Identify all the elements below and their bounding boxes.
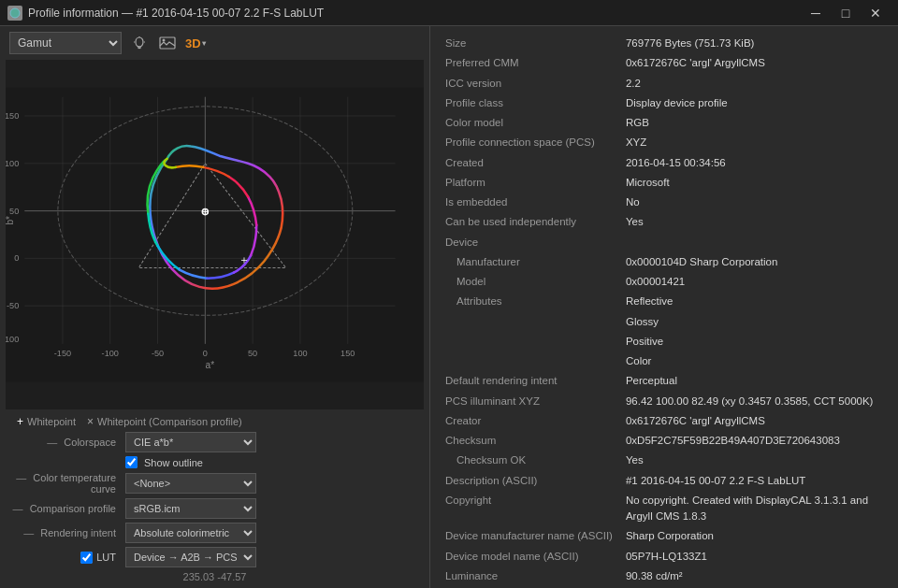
right-panel[interactable]: Size769776 Bytes (751.73 KiB)Preferred C…: [430, 26, 898, 588]
x-icon: ×: [87, 415, 94, 428]
whitepoint-comp-label: Whitepoint (Comparison profile): [97, 416, 242, 427]
lightbulb-icon[interactable]: [129, 33, 150, 53]
lut-dropdown[interactable]: Device → A2B → PCS: [125, 547, 256, 567]
lut-checkbox[interactable]: [80, 552, 93, 564]
svg-text:0: 0: [14, 253, 19, 263]
svg-text:150: 150: [6, 111, 19, 121]
table-row: Default rendering intentPerceptual: [442, 371, 887, 391]
info-value: 05P7H-LQ133Z1: [622, 547, 887, 566]
info-label: Manufacturer: [442, 252, 622, 272]
info-label: Device manufacturer name (ASCII): [442, 526, 622, 546]
info-value: Reflective: [622, 292, 887, 311]
svg-text:-100: -100: [6, 335, 19, 344]
minimize-button[interactable]: ─: [801, 0, 831, 26]
table-row: Model0x00001421: [442, 272, 887, 292]
svg-text:100: 100: [6, 159, 19, 168]
title-bar-controls: ─ □ ✕: [801, 0, 891, 26]
table-row: Luminance90.38 cd/m²: [442, 566, 887, 586]
svg-text:50: 50: [248, 349, 257, 358]
toolbar: Gamut Curves CLUT: [0, 26, 429, 60]
info-value: Glossy: [622, 312, 887, 332]
info-value: 0x0000104D Sharp Corporation: [622, 252, 887, 272]
table-row: Checksum OKYes: [442, 451, 887, 470]
info-value: 96.42 100.00 82.49 (xy 0.3457 0.3585, CC…: [622, 392, 887, 411]
table-row: CopyrightNo copyright. Created with Disp…: [442, 491, 887, 527]
maximize-button[interactable]: □: [831, 0, 861, 26]
colorspace-dropdown[interactable]: CIE a*b* CIE u*v* CIE xy: [125, 432, 256, 452]
svg-text:50: 50: [9, 207, 19, 216]
info-label: Can be used independently: [442, 212, 622, 232]
svg-text:100: 100: [293, 349, 307, 358]
info-label: PCS illuminant XYZ: [442, 392, 622, 411]
info-value: #1 2016-04-15 00-07 2.2 F-S LabLUT: [622, 471, 887, 491]
table-row: Creator0x6172676C 'argl' ArgyllCMS: [442, 411, 887, 431]
info-label: Device: [442, 233, 622, 252]
close-button[interactable]: ✕: [861, 0, 891, 26]
show-outline-label[interactable]: Show outline: [144, 457, 203, 468]
info-label: Profile class: [442, 93, 622, 113]
info-label: Creator: [442, 411, 622, 431]
svg-text:150: 150: [340, 349, 355, 358]
left-panel: Gamut Curves CLUT: [0, 26, 430, 588]
table-row: PlatformMicrosoft: [442, 173, 887, 193]
bottom-controls: + Whitepoint × Whitepoint (Comparison pr…: [0, 409, 429, 588]
info-value: 769776 Bytes (751.73 KiB): [622, 34, 887, 53]
rendering-intent-row: — Rendering intent Absolute colorimetric…: [9, 523, 420, 543]
lut-label[interactable]: LUT: [96, 552, 116, 563]
info-label: Color model: [442, 113, 622, 133]
info-value: Display device profile: [622, 93, 887, 113]
info-value: 2016-04-15 00:34:56: [622, 153, 887, 173]
table-row: Is embeddedNo: [442, 193, 887, 212]
info-value: Positive: [622, 332, 887, 351]
info-value: No copyright. Created with DisplayCAL 3.…: [622, 491, 887, 527]
table-row: Manufacturer0x0000104D Sharp Corporation: [442, 252, 887, 272]
info-value: 90.38 cd/m²: [622, 566, 887, 586]
gamut-chart: 150 100 50 0 -50 -100 -150 -100 -50 0 50…: [6, 60, 424, 409]
gamut-dropdown[interactable]: Gamut Curves CLUT: [9, 32, 122, 54]
main-layout: Gamut Curves CLUT: [0, 26, 898, 588]
svg-text:-50: -50: [152, 349, 164, 358]
whitepoint-label: Whitepoint: [27, 416, 76, 427]
info-value: 0x00001421: [622, 272, 887, 292]
svg-text:-50: -50: [7, 301, 19, 310]
table-row: Color: [442, 351, 887, 371]
info-label: Is embedded: [442, 193, 622, 212]
rendering-intent-dropdown[interactable]: Absolute colorimetric Perceptual Relativ…: [125, 523, 256, 543]
svg-text:-150: -150: [54, 349, 71, 358]
3d-icon[interactable]: 3D ▾: [185, 36, 206, 50]
info-value: Perceptual: [622, 371, 887, 391]
rendering-intent-label: Rendering intent: [40, 527, 116, 538]
whitepoint-row: + Whitepoint × Whitepoint (Comparison pr…: [9, 415, 420, 428]
info-label: Default rendering intent: [442, 371, 622, 391]
color-temp-dropdown[interactable]: <None>: [125, 473, 256, 494]
comp-profile-label: Comparison profile: [30, 503, 116, 514]
info-label: Checksum OK: [442, 451, 622, 470]
table-row: Checksum0xD5F2C75F59B22B49A407D3E7206430…: [442, 431, 887, 451]
svg-text:-100: -100: [102, 349, 119, 358]
whitepoint-item: + Whitepoint: [17, 415, 76, 428]
svg-point-0: [10, 8, 20, 18]
info-label: Size: [442, 34, 622, 53]
info-label: Checksum: [442, 431, 622, 451]
table-row: Profile connection space (PCS)XYZ: [442, 133, 887, 152]
info-label: [442, 332, 622, 351]
image-icon[interactable]: [157, 33, 178, 53]
info-label: Model: [442, 272, 622, 292]
info-label: Luminance: [442, 566, 622, 586]
title-bar-text: Profile information — #1 2016-04-15 00-0…: [28, 7, 801, 20]
table-row: PCS illuminant XYZ96.42 100.00 82.49 (xy…: [442, 392, 887, 411]
colorspace-dash: —: [47, 437, 57, 448]
comp-profile-dropdown[interactable]: sRGB.icm: [125, 498, 256, 519]
comp-profile-dash: —: [13, 503, 23, 514]
info-label: ICC version: [442, 74, 622, 93]
svg-text:a*: a*: [206, 360, 215, 370]
coordinates-display: 235.03 -47.57: [9, 571, 420, 582]
info-label: Description (ASCII): [442, 471, 622, 491]
info-label: Device model name (ASCII): [442, 547, 622, 566]
info-value: Sharp Corporation: [622, 526, 887, 546]
title-bar: Profile information — #1 2016-04-15 00-0…: [0, 0, 898, 26]
info-value: 0xD5F2C75F59B22B49A407D3E720643083: [622, 431, 887, 451]
show-outline-checkbox[interactable]: [125, 456, 138, 468]
table-row: Size769776 Bytes (751.73 KiB): [442, 34, 887, 53]
table-row: Positive: [442, 332, 887, 351]
